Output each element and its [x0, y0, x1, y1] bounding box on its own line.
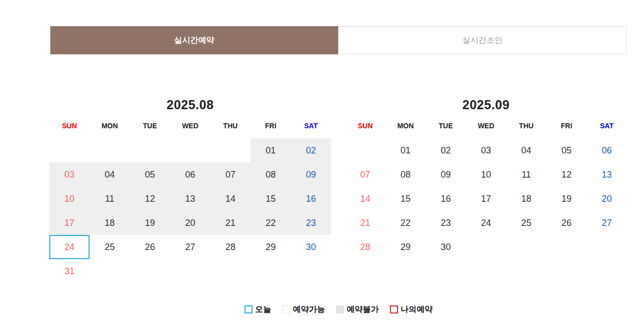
tab-realtime-reservation[interactable]: 실시간예약	[50, 26, 338, 54]
empty-cell	[49, 138, 90, 163]
empty-cell	[210, 259, 251, 283]
day-cell[interactable]: 15	[385, 187, 426, 211]
available-swatch-icon	[282, 305, 290, 313]
weekday-label-thu: THU	[506, 121, 546, 131]
day-cell[interactable]: 17	[466, 187, 506, 211]
day-cell[interactable]: 25	[90, 235, 130, 259]
empty-cell	[345, 138, 385, 163]
day-cell[interactable]: 08	[385, 163, 426, 187]
day-cell[interactable]: 29	[251, 235, 291, 259]
empty-cell	[587, 235, 627, 259]
day-cell: 05	[130, 163, 170, 187]
reservation-page: 실시간예약 실시간조인 2025.08 SUNMONTUEWEDTHUFRISA…	[0, 0, 644, 322]
day-cell[interactable]: 01	[385, 138, 426, 163]
weekday-label-tue: TUE	[426, 121, 466, 131]
day-cell[interactable]: 21	[345, 211, 385, 235]
tab-realtime-join[interactable]: 실시간조인	[338, 26, 627, 54]
day-cell[interactable]: 16	[426, 187, 466, 211]
day-cell: 10	[49, 187, 90, 211]
empty-cell	[251, 259, 291, 283]
day-cell[interactable]: 19	[546, 187, 587, 211]
day-cell: 04	[90, 163, 130, 187]
legend-item-today: 오늘	[245, 304, 271, 315]
day-cell: 03	[49, 163, 90, 187]
legend-label-my-reservation: 나의예약	[400, 304, 433, 315]
day-cell[interactable]: 30	[426, 235, 466, 259]
day-cell[interactable]: 03	[466, 138, 506, 163]
day-cell[interactable]: 11	[506, 163, 546, 187]
day-cell[interactable]: 27	[587, 211, 627, 235]
day-cell[interactable]: 22	[385, 211, 426, 235]
day-cell[interactable]: 09	[426, 163, 466, 187]
calendar-section: 2025.08 SUNMONTUEWEDTHUFRISAT 0102030405…	[49, 97, 627, 283]
weekday-label-fri: FRI	[251, 121, 291, 131]
legend-item-unavailable: 예약불가	[336, 304, 379, 315]
day-cell[interactable]: 29	[385, 235, 426, 259]
day-cell[interactable]: 10	[466, 163, 506, 187]
day-cell-today[interactable]: 24	[49, 235, 90, 259]
weekday-label-sat: SAT	[587, 121, 627, 131]
legend: 오늘 예약가능 예약불가 나의예약	[50, 303, 627, 315]
legend-item-my-reservation: 나의예약	[390, 304, 433, 315]
day-cell: 22	[251, 211, 291, 235]
day-cell[interactable]: 20	[587, 187, 627, 211]
day-cell[interactable]: 24	[466, 211, 506, 235]
day-cell[interactable]: 02	[426, 138, 466, 163]
day-cell[interactable]: 27	[170, 235, 210, 259]
day-cell: 13	[170, 187, 210, 211]
day-cell[interactable]: 12	[546, 163, 587, 187]
day-cell: 15	[251, 187, 291, 211]
calendar-grid-august: 0102030405060708091011121314151617181920…	[49, 138, 331, 283]
calendar-title-september: 2025.09	[345, 97, 627, 112]
empty-cell	[291, 259, 331, 283]
day-cell: 18	[90, 211, 130, 235]
weekday-label-sun: SUN	[49, 121, 90, 131]
empty-cell	[170, 138, 210, 163]
unavailable-swatch-icon	[336, 305, 344, 313]
day-cell: 20	[170, 211, 210, 235]
day-cell[interactable]: 14	[345, 187, 385, 211]
day-cell[interactable]: 18	[506, 187, 546, 211]
legend-label-available: 예약가능	[293, 304, 325, 315]
day-cell[interactable]: 31	[49, 259, 90, 283]
day-cell[interactable]: 05	[546, 138, 587, 163]
empty-cell	[130, 138, 170, 163]
day-cell[interactable]: 04	[506, 138, 546, 163]
day-cell: 14	[210, 187, 251, 211]
weekday-label-mon: MON	[385, 121, 426, 131]
day-cell[interactable]: 23	[426, 211, 466, 235]
weekday-header-august: SUNMONTUEWEDTHUFRISAT	[49, 121, 331, 131]
weekday-label-sat: SAT	[291, 121, 331, 131]
day-cell[interactable]: 28	[345, 235, 385, 259]
weekday-header-september: SUNMONTUEWEDTHUFRISAT	[345, 121, 627, 131]
day-cell[interactable]: 06	[587, 138, 627, 163]
day-cell[interactable]: 25	[506, 211, 546, 235]
empty-cell	[466, 235, 506, 259]
day-cell: 11	[90, 187, 130, 211]
day-cell: 08	[251, 163, 291, 187]
legend-label-today: 오늘	[255, 304, 271, 315]
day-cell: 09	[291, 163, 331, 187]
day-cell: 02	[291, 138, 331, 163]
day-cell[interactable]: 13	[587, 163, 627, 187]
day-cell[interactable]: 07	[345, 163, 385, 187]
calendar-grid-september: 0102030405060708091011121314151617181920…	[345, 138, 627, 259]
day-cell[interactable]: 26	[546, 211, 587, 235]
legend-label-unavailable: 예약불가	[347, 304, 379, 315]
calendar-august: 2025.08 SUNMONTUEWEDTHUFRISAT 0102030405…	[49, 97, 331, 283]
empty-cell	[130, 259, 170, 283]
weekday-label-tue: TUE	[130, 121, 170, 131]
day-cell: 06	[170, 163, 210, 187]
empty-cell	[546, 235, 587, 259]
empty-cell	[90, 259, 130, 283]
calendar-september: 2025.09 SUNMONTUEWEDTHUFRISAT 0102030405…	[345, 97, 627, 283]
day-cell[interactable]: 30	[291, 235, 331, 259]
today-swatch-icon	[245, 305, 253, 313]
empty-cell	[90, 138, 130, 163]
my-reservation-swatch-icon	[390, 305, 398, 313]
day-cell: 23	[291, 211, 331, 235]
calendar-title-august: 2025.08	[49, 97, 331, 112]
weekday-label-fri: FRI	[546, 121, 587, 131]
day-cell[interactable]: 28	[210, 235, 251, 259]
day-cell[interactable]: 26	[130, 235, 170, 259]
